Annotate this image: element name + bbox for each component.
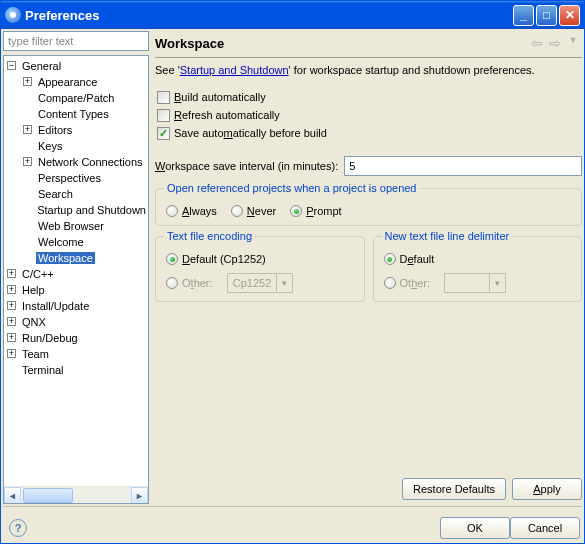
encoding-default-label: Default (Cp1252)	[182, 253, 266, 265]
content-area: −General +Appearance Compare/Patch Conte…	[1, 29, 584, 543]
build-auto-label: Build automatically	[174, 91, 266, 103]
minimize-button[interactable]: _	[513, 5, 534, 26]
encoding-legend: Text file encoding	[164, 230, 255, 242]
prompt-radio[interactable]	[290, 205, 302, 217]
tree-item-appearance[interactable]: Appearance	[36, 76, 99, 88]
ok-button[interactable]: OK	[440, 517, 510, 539]
refresh-auto-label: Refresh automatically	[174, 109, 280, 121]
tree-item-keys[interactable]: Keys	[36, 140, 64, 152]
app-icon	[5, 7, 21, 23]
tree-item-content-types[interactable]: Content Types	[36, 108, 111, 120]
tree-item-startup[interactable]: Startup and Shutdown	[35, 204, 148, 216]
description-text: See 'Startup and Shutdown' for workspace…	[155, 64, 582, 76]
always-radio[interactable]	[166, 205, 178, 217]
restore-defaults-button[interactable]: Restore Defaults	[402, 478, 506, 500]
back-icon[interactable]: ⇦	[528, 35, 546, 51]
tree-item-welcome[interactable]: Welcome	[36, 236, 86, 248]
tree-item-compare[interactable]: Compare/Patch	[36, 92, 116, 104]
encoding-other-label: Other:	[182, 277, 213, 289]
tree-item-network[interactable]: Network Connections	[36, 156, 145, 168]
prompt-label: Prompt	[306, 205, 341, 217]
open-referenced-group: Open referenced projects when a project …	[155, 188, 582, 226]
delimiter-default-radio[interactable]	[384, 253, 396, 265]
tree-item-web-browser[interactable]: Web Browser	[36, 220, 106, 232]
preferences-window: Preferences _ □ ✕ −General +Appearance C…	[0, 0, 585, 544]
delimiter-combo[interactable]: ▾	[444, 273, 506, 293]
chevron-down-icon[interactable]: ▾	[276, 274, 292, 292]
tree-item-rundebug[interactable]: Run/Debug	[20, 332, 80, 344]
interval-input[interactable]	[344, 156, 582, 176]
never-radio[interactable]	[231, 205, 243, 217]
apply-button[interactable]: Apply	[512, 478, 582, 500]
right-panel: Workspace ⇦ ⇨ ▼ See 'Startup and Shutdow…	[155, 31, 582, 504]
never-label: Never	[247, 205, 276, 217]
scroll-right-icon[interactable]: ►	[131, 487, 148, 504]
close-button[interactable]: ✕	[559, 5, 580, 26]
delimiter-group: New text file line delimiter Default Oth…	[373, 236, 583, 302]
tree-item-cpp[interactable]: C/C++	[20, 268, 56, 280]
tree-item-terminal[interactable]: Terminal	[20, 364, 66, 376]
delimiter-default-label: Default	[400, 253, 435, 265]
forward-icon[interactable]: ⇨	[546, 35, 564, 51]
titlebar[interactable]: Preferences _ □ ✕	[1, 1, 584, 29]
save-auto-checkbox[interactable]: ✓	[157, 127, 170, 140]
encoding-other-radio[interactable]	[166, 277, 178, 289]
tree-item-team[interactable]: Team	[20, 348, 51, 360]
refresh-auto-checkbox[interactable]	[157, 109, 170, 122]
window-title: Preferences	[25, 8, 513, 23]
scroll-left-icon[interactable]: ◄	[4, 487, 21, 504]
tree-view[interactable]: −General +Appearance Compare/Patch Conte…	[3, 55, 149, 504]
tree-item-perspectives[interactable]: Perspectives	[36, 172, 103, 184]
tree-item-help[interactable]: Help	[20, 284, 47, 296]
scroll-thumb[interactable]	[23, 488, 73, 503]
menu-icon[interactable]: ▼	[564, 35, 582, 51]
build-auto-checkbox[interactable]	[157, 91, 170, 104]
page-title: Workspace	[155, 36, 528, 51]
save-auto-label: Save automatically before build	[174, 127, 327, 139]
encoding-group: Text file encoding Default (Cp1252) Othe…	[155, 236, 365, 302]
delimiter-other-radio[interactable]	[384, 277, 396, 289]
maximize-button[interactable]: □	[536, 5, 557, 26]
tree-item-editors[interactable]: Editors	[36, 124, 74, 136]
left-panel: −General +Appearance Compare/Patch Conte…	[3, 31, 149, 504]
tree-item-search[interactable]: Search	[36, 188, 75, 200]
chevron-down-icon[interactable]: ▾	[489, 274, 505, 292]
open-referenced-legend: Open referenced projects when a project …	[164, 182, 420, 194]
tree-item-workspace[interactable]: Workspace	[36, 252, 95, 264]
encoding-combo[interactable]: Cp1252▾	[227, 273, 294, 293]
interval-label: Workspace save interval (in minutes):	[155, 160, 338, 172]
delimiter-other-label: Other:	[400, 277, 431, 289]
tree-item-general[interactable]: General	[20, 60, 63, 72]
tree-item-qnx[interactable]: QNX	[20, 316, 48, 328]
startup-link[interactable]: Startup and Shutdown	[180, 64, 289, 76]
help-icon[interactable]: ?	[9, 519, 27, 537]
tree-item-install[interactable]: Install/Update	[20, 300, 91, 312]
cancel-button[interactable]: Cancel	[510, 517, 580, 539]
horizontal-scrollbar[interactable]: ◄ ►	[4, 486, 148, 503]
encoding-default-radio[interactable]	[166, 253, 178, 265]
filter-input[interactable]	[3, 31, 149, 51]
always-label: Always	[182, 205, 217, 217]
delimiter-legend: New text file line delimiter	[382, 230, 513, 242]
